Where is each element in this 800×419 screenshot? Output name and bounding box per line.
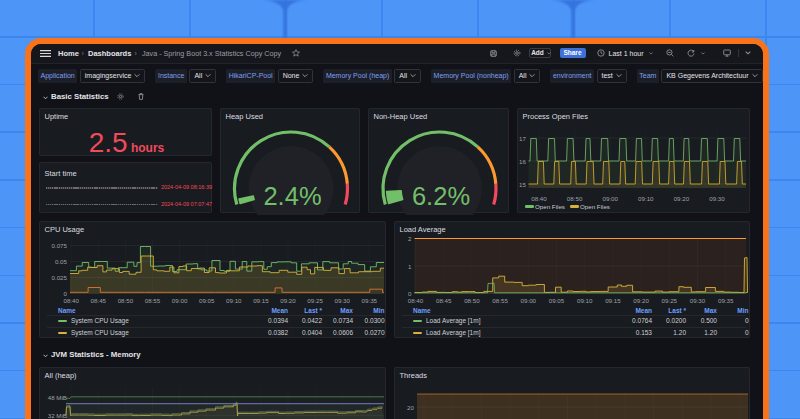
svg-text:6.2%: 6.2% [412,182,470,210]
svg-text:2.4%: 2.4% [263,182,321,210]
